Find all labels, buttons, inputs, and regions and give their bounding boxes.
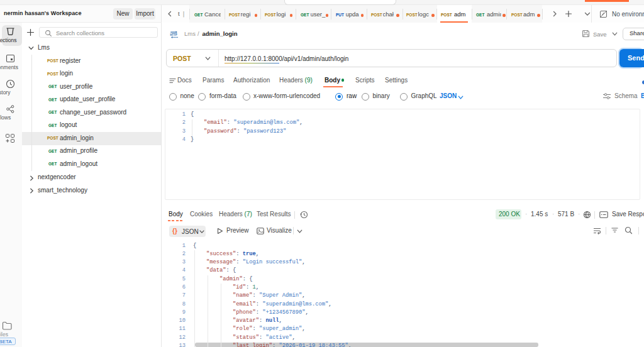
svg-text:HTTP: HTTP (170, 33, 177, 36)
